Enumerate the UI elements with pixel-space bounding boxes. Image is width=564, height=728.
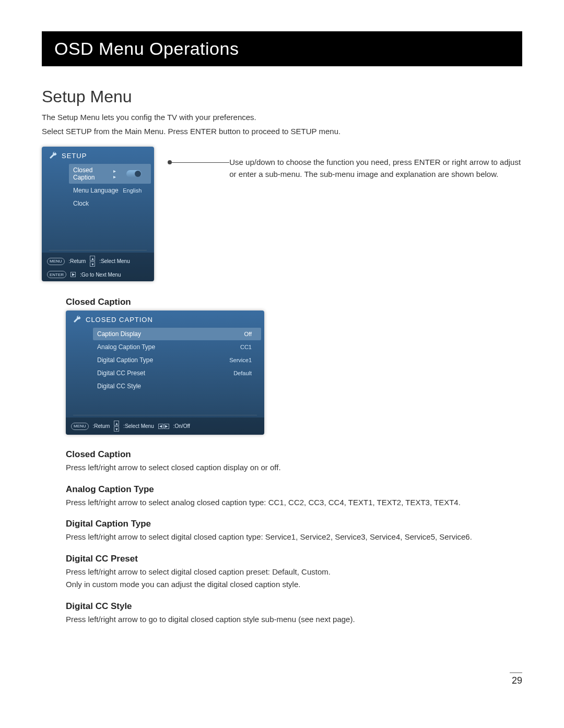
footer-onoff-label: :On/Off	[173, 423, 190, 429]
setup-row-label: Clock	[73, 200, 89, 207]
cc-row-label: Digital Caption Type	[97, 356, 153, 364]
page-number: 29	[510, 672, 522, 686]
arrow-down-icon: ▼	[114, 426, 119, 432]
group-heading: Digital CC Style	[66, 601, 522, 612]
wrench-icon	[48, 151, 57, 160]
cc-row-analog-type[interactable]: Analog Caption Type CC1	[93, 341, 261, 353]
cc-row-label: Caption Display	[97, 330, 141, 338]
group-text: Press left/right arrow to select digital…	[66, 566, 522, 578]
callout: Use up/down to choose the function you n…	[170, 147, 522, 281]
footer-return-label: :Return	[69, 258, 86, 264]
callout-line	[172, 162, 229, 163]
toggle-icon	[126, 170, 142, 177]
group-text: Only in custom mode you can adjust the d…	[66, 579, 522, 591]
group-text: Press left/right arrow to select digital…	[66, 531, 522, 543]
closed-caption-heading: Closed Caption	[66, 297, 522, 307]
closed-caption-card: CLOSED CAPTION Caption Display Off Analo…	[66, 311, 264, 435]
wrench-icon	[72, 315, 81, 324]
arrow-down-icon: ▼	[90, 261, 95, 267]
cc-row-label: Digital CC Style	[97, 383, 141, 390]
setup-row-clock[interactable]: Clock	[69, 197, 151, 210]
cc-row-value: Default	[233, 370, 252, 376]
cc-row-cc-preset[interactable]: Digital CC Preset Default	[93, 367, 261, 379]
menu-key-badge: MENU	[71, 423, 89, 430]
cc-row-value: Off	[244, 331, 252, 337]
chevron-right-icon: ▸ ▸	[112, 168, 123, 180]
menu-key-badge: MENU	[47, 258, 65, 265]
intro-line-1: The Setup Menu lets you config the TV wi…	[42, 112, 522, 124]
group-heading: Analog Caption Type	[66, 484, 522, 495]
cc-card-title: CLOSED CAPTION	[86, 316, 153, 324]
group-text: Press left/right arrow to go to digital …	[66, 614, 522, 626]
cc-row-value: CC1	[240, 344, 252, 350]
cc-row-value: Service1	[229, 357, 252, 363]
cc-row-label: Analog Caption Type	[97, 343, 155, 351]
arrow-right-icon: ▶	[70, 272, 76, 277]
callout-dot-icon	[168, 160, 172, 164]
callout-text: Use up/down to choose the function you n…	[229, 147, 522, 181]
setup-row-label: Closed Caption	[73, 166, 112, 181]
arrow-right-icon: ▶	[164, 424, 169, 429]
arrow-up-icon: ▲	[114, 421, 119, 426]
arrow-left-icon: ◀	[158, 424, 163, 429]
cc-row-cc-style[interactable]: Digital CC Style	[93, 380, 261, 392]
arrow-up-icon: ▲	[90, 256, 95, 261]
setup-menu-card: SETUP Closed Caption ▸ ▸ Menu Language E…	[42, 147, 154, 281]
setup-row-closed-caption[interactable]: Closed Caption ▸ ▸	[69, 164, 151, 184]
section-title: Setup Menu	[42, 87, 522, 106]
enter-key-badge: ENTER	[47, 271, 66, 278]
group-heading: Digital CC Preset	[66, 554, 522, 564]
group-heading: Closed Caption	[66, 449, 522, 460]
group-heading: Digital Caption Type	[66, 519, 522, 529]
footer-select-label: :Select Menu	[99, 258, 130, 264]
setup-card-footer: MENU :Return ▲ ▼ :Select Menu ENTER ▶ :G…	[42, 253, 154, 281]
cc-row-digital-type[interactable]: Digital Caption Type Service1	[93, 354, 261, 366]
page-banner: OSD Menu Operations	[42, 31, 522, 66]
setup-row-value: English	[123, 187, 142, 194]
setup-row-label: Menu Language	[73, 187, 119, 194]
cc-row-caption-display[interactable]: Caption Display Off	[93, 328, 261, 340]
footer-next-label: :Go to Next Menu	[80, 272, 121, 278]
cc-card-footer: MENU :Return ▲ ▼ :Select Menu ◀ ▶ :On/Of…	[66, 417, 264, 435]
setup-card-title: SETUP	[62, 152, 87, 160]
intro-line-2: Select SETUP from the Main Menu. Press E…	[42, 126, 522, 138]
setup-row-menu-language[interactable]: Menu Language English	[69, 184, 151, 197]
cc-row-label: Digital CC Preset	[97, 369, 145, 377]
footer-return-label: :Return	[93, 423, 110, 429]
footer-select-label: :Select Menu	[123, 423, 154, 429]
group-text: Press left/right arrow to select analog …	[66, 497, 522, 509]
group-text: Press left/right arrow to select closed …	[66, 462, 522, 474]
